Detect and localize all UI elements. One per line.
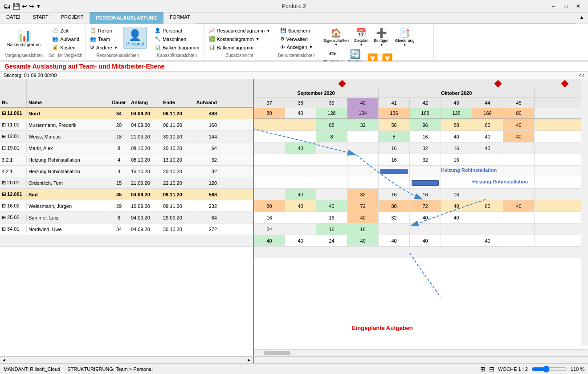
btn-kap-balken[interactable]: 📊Balkendiagramm [153, 44, 201, 51]
kosten-icon: 💰 [52, 45, 58, 50]
btn-zus-balken[interactable]: 📊Balkendiagramm [207, 44, 273, 51]
btn-verwalten[interactable]: ⚙Verwalten [278, 35, 315, 43]
horizontal-scrollbar[interactable] [254, 349, 588, 356]
btn-aufwand[interactable]: 👥Aufwand [50, 35, 81, 43]
view-icons[interactable]: ⊞ [480, 366, 486, 373]
row-aufwand: 232 [193, 203, 220, 210]
btn-einfuegen[interactable]: ➕ Einfügen ▼ [371, 27, 392, 48]
gc: 16 [410, 131, 441, 142]
gc [441, 224, 472, 235]
gc: 16 [441, 154, 472, 165]
kostendiagramm-label: Kostendiagramm [217, 37, 254, 42]
ribbon: 📊 Balkendiagramm Vorgangsansichten 🕐Zeit… [0, 24, 588, 61]
btn-zeitplan[interactable]: 📅 Zeitplan ▼ [351, 27, 371, 48]
table-grid-area: Nr. Name Dauer Anfang Ende Aufwand ⊟ 11.… [0, 79, 588, 356]
gc: 40 [503, 131, 535, 142]
einfuegen-label: Einfügen [374, 38, 390, 43]
row-name: Süd [27, 191, 109, 198]
quick-access-redo[interactable]: ↪ [29, 3, 34, 10]
table-row[interactable]: ⊟ 12.001 Süd 45 04.09.20 09.11.20 568 [0, 189, 253, 200]
btn-kap-personal[interactable]: 👤Personal [153, 27, 201, 34]
table-row[interactable]: ⊞ 20.01 Ordentlich, Tom 15 21.09.20 22.1… [0, 177, 253, 189]
kapazitaet-col: 👤Personal 🔧Maschinen 📊Balkendiagramm [153, 27, 201, 51]
diamond-2 [495, 81, 501, 86]
row-dauer: 4 [109, 156, 129, 163]
heizung2-label: Heizung Rohinstallation [472, 179, 528, 184]
tab-personalauslastung[interactable]: PERSONALAUSLASTUNG [90, 12, 163, 24]
rollen-icon: 📋 [90, 28, 96, 33]
grid-data-row: 16 32 16 [254, 154, 588, 166]
gc [410, 166, 441, 177]
btn-kosten[interactable]: 💰Kosten [50, 44, 81, 51]
verwalten-icon: ⚙ [280, 36, 285, 42]
gc: 32 [379, 212, 410, 223]
grid-header: September 2020 Oktober 2020 37 38 39 40 … [254, 79, 588, 108]
gc [285, 212, 316, 223]
btn-team[interactable]: 👥Team [88, 35, 119, 43]
table-row[interactable]: ⊟ 19.01 Markt, Alex 8 08.10.20 20.10.20 … [0, 142, 253, 154]
grid-data-row: 40 16 32 16 40 [254, 142, 588, 154]
table-row[interactable]: ⊞ 12.01 Weiss, Marcus 18 21.09.20 30.10.… [0, 131, 253, 142]
btn-kostendiagramm[interactable]: 💹Kostendiagramm▼ [207, 35, 273, 43]
title-bar-controls[interactable]: − □ ✕ [547, 0, 584, 12]
btn-anzeigen[interactable]: 👁Anzeigen▼ [278, 44, 315, 51]
btn-andere[interactable]: ⚙Andere▼ [88, 44, 119, 51]
speichern-label: Speichern [288, 28, 310, 33]
gc: 32 [410, 154, 441, 165]
table-row[interactable]: ⊞ 25.02 Sammel, Luis 8 04.09.20 29.09.20… [0, 212, 253, 224]
btn-gliederung[interactable]: 📑 Gliederung ▼ [392, 27, 417, 48]
vertical-scrollbar[interactable] [581, 79, 588, 346]
row-ende: 22.10.20 [161, 179, 193, 187]
table-row[interactable]: 3.2.1 Heizung Rohinstallation 4 08.10.20… [0, 154, 253, 166]
btn-speichern[interactable]: 💾Speichern [278, 27, 315, 34]
left-scrollbar[interactable]: ◄ ► [0, 357, 254, 363]
andere-icon: ⚙ [90, 45, 94, 50]
table-row[interactable]: ⊞ 34.01 Nordwind, Uwe 34 04.09.20 30.10.… [0, 224, 253, 235]
gc: 40 [410, 212, 441, 223]
gc: 80 [472, 119, 503, 130]
tab-datei[interactable]: DATEI [0, 12, 27, 24]
btn-rollen[interactable]: 📋Rollen [88, 27, 119, 34]
gc: 8 [379, 131, 410, 142]
table-row[interactable]: ⊞ 16.02 Weissmann, Jürgen 29 10.09.20 09… [0, 200, 253, 212]
zoom-slider[interactable] [531, 366, 567, 373]
back-button[interactable]: << [579, 73, 584, 78]
group-label-soll-ist: Soll-Ist-Vergleich [49, 51, 82, 58]
grid-data-row: Heizung Rohinstallation [254, 166, 588, 177]
gc [285, 177, 316, 188]
btn-maschinen[interactable]: 🔧Maschinen [153, 35, 201, 43]
btn-ressourcendiagramm[interactable]: 📈Ressourcendiagramm▼ [207, 27, 273, 34]
table-row[interactable]: 4.2.1 Heizung Rohinstallation 4 15.10.20… [0, 166, 253, 177]
window-title: Portfolio 2 [282, 3, 306, 9]
maximize-button[interactable]: □ [559, 0, 572, 12]
row-aufwand: 160 [193, 122, 220, 129]
diamond-3 [562, 81, 568, 86]
tab-projekt[interactable]: PROJEKT [55, 12, 90, 24]
row-ende: 29.09.20 [161, 214, 193, 221]
table-row[interactable]: ⊟ 11.001 Nord 34 04.09.20 06.11.20 488 [0, 108, 253, 119]
btn-zeit[interactable]: 🕐Zeit [50, 27, 81, 34]
gc [441, 177, 472, 188]
gc: 80 [379, 200, 410, 211]
gc: 72 [347, 200, 379, 211]
ribbon-collapse[interactable]: ▲ [576, 12, 588, 24]
minimize-button[interactable]: − [547, 0, 559, 12]
close-button[interactable]: ✕ [572, 0, 584, 12]
btn-eigenschaften[interactable]: 🏠 Eigenschaften ▼ [321, 27, 351, 48]
quick-access-save[interactable]: 💾 [12, 3, 20, 10]
scrollbar-thumb[interactable] [264, 351, 290, 355]
btn-balkendiagramm[interactable]: 📊 Balkendiagramm [4, 27, 43, 49]
view-icons2[interactable]: ⊟ [489, 366, 494, 373]
week-40: 40 [347, 98, 379, 108]
tab-start[interactable]: START [27, 12, 55, 24]
bottom-scrollbar-area[interactable]: ◄ ► [0, 356, 588, 363]
table-row[interactable]: ⊞ 11.01 Mustermann, Frederik 20 04.09.20… [0, 119, 253, 131]
gc [503, 166, 535, 177]
quick-access-more[interactable]: ▼ [36, 4, 41, 9]
quick-access-undo[interactable]: ↩ [22, 3, 27, 10]
gc [441, 235, 472, 246]
gc [347, 177, 379, 188]
tab-format[interactable]: FORMAT [163, 12, 196, 24]
gc [472, 212, 503, 223]
btn-personal-large[interactable]: 👤 Personal [123, 27, 147, 49]
